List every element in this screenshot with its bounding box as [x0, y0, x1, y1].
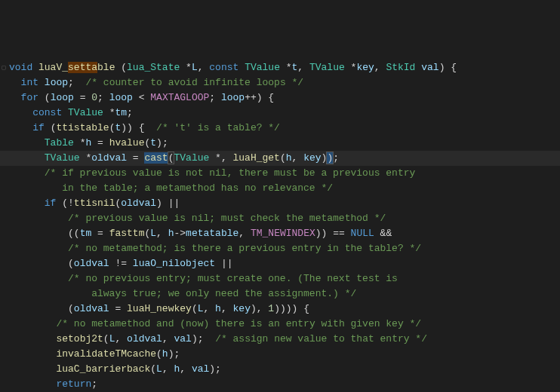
- code-line[interactable]: in the table; a metamethod has no releva…: [9, 181, 560, 196]
- token-id2: h: [215, 303, 221, 314]
- token-cm: /* no metamethod and (now) there is an e…: [56, 318, 421, 329]
- token-op: )) ==: [315, 228, 351, 239]
- token-cm: always true; we only need the assignment…: [91, 288, 356, 299]
- code-line[interactable]: /* no metamethod; is there a previous en…: [9, 241, 560, 256]
- token-pn: ,: [180, 363, 192, 375]
- token-kw: if: [32, 122, 50, 133]
- token-id2: tm: [80, 228, 92, 239]
- token-kw: const: [209, 62, 245, 73]
- token-fn: luaV_: [38, 62, 68, 73]
- token-op: !=: [109, 258, 133, 269]
- token-pn: (: [68, 258, 74, 269]
- token-pn: *,: [209, 152, 232, 164]
- token-pn: ,: [374, 62, 386, 73]
- token-op: *: [280, 62, 292, 73]
- code-line[interactable]: if (!ttisnil(oldval) ||: [9, 196, 560, 211]
- token-id2: metatable: [186, 228, 238, 239]
- token-ty: TValue: [245, 62, 280, 73]
- token-id2: key: [356, 62, 374, 73]
- token-id2: oldval: [121, 198, 156, 209]
- token-op: &&: [374, 228, 392, 239]
- code-line[interactable]: (oldval != luaO_nilobject ||: [9, 256, 560, 271]
- token-pn: (: [156, 348, 162, 360]
- code-line[interactable]: int loop; /* counter to avoid infinite l…: [9, 75, 560, 90]
- token-ty: Table: [45, 137, 74, 149]
- code-line[interactable]: always true; we only need the assignment…: [9, 286, 560, 302]
- token-id2: loop: [51, 92, 74, 103]
- token-pn: );: [156, 137, 168, 149]
- code-line[interactable]: luaC_barrierback(L, h, val);: [9, 362, 560, 377]
- token-id2: L: [192, 62, 198, 73]
- token-kw: for: [21, 92, 45, 103]
- token-id2: loop: [221, 92, 245, 103]
- token-id2: oldval: [74, 258, 109, 269]
- token-id2: val: [174, 333, 192, 345]
- token-pn: ++) {: [245, 92, 274, 103]
- code-line[interactable]: setobj2t(L, oldval, val); /* assign new …: [9, 332, 560, 347]
- code-line[interactable]: /* no metamethod and (now) there is an e…: [9, 317, 560, 332]
- token-id2: loop: [109, 92, 133, 103]
- token-cm: /* previous value is nil; must check the…: [68, 213, 386, 224]
- code-line[interactable]: /* no previous entry; must create one. (…: [9, 271, 560, 286]
- token-op: *: [80, 152, 92, 164]
- code-line[interactable]: ▢void luaV_settable (lua_State *L, const…: [9, 60, 560, 75]
- token-kw: if: [45, 198, 62, 209]
- token-cm: /* no previous entry; must create one. (…: [68, 273, 398, 284]
- token-ty: TValue: [309, 62, 345, 73]
- token-id2: h: [168, 228, 174, 239]
- token-pn: (: [150, 363, 156, 375]
- code-line[interactable]: for (loop = 0; loop < MAXTAGLOOP; loop++…: [9, 90, 560, 106]
- token-pn: ;: [97, 92, 109, 103]
- token-pn: ,: [115, 333, 127, 345]
- token-op: =: [109, 303, 127, 314]
- token-pn: (: [103, 333, 109, 345]
- code-line[interactable]: return;: [9, 377, 560, 392]
- token-pn: );: [192, 333, 215, 345]
- token-ty: TValue: [45, 152, 80, 164]
- token-pn: ;: [91, 378, 97, 390]
- token-kw: int: [21, 77, 45, 88]
- token-op: =: [91, 137, 109, 149]
- token-id2: val: [192, 363, 209, 375]
- token-fn: luaH_get: [233, 152, 280, 164]
- code-line[interactable]: ((tm = fasttm(L, h->metatable, TM_NEWIND…: [9, 226, 560, 241]
- token-id2: L: [156, 363, 162, 375]
- token-pn: ;: [127, 107, 133, 118]
- token-id2: val: [421, 62, 438, 73]
- token-pn: ((: [68, 228, 80, 239]
- token-mac: TM_NEWINDEX: [251, 228, 315, 239]
- token-id2: L: [198, 303, 204, 314]
- code-line[interactable]: invalidateTMcache(h);: [9, 347, 560, 362]
- token-op: ||: [215, 258, 232, 269]
- token-op: ) ||: [156, 198, 180, 209]
- token-kw: void: [9, 62, 38, 73]
- code-line[interactable]: const TValue *tm;: [9, 106, 560, 121]
- code-editor[interactable]: ▢void luaV_settable (lua_State *L, const…: [0, 60, 560, 392]
- token-cm: /* no metamethod; is there a previous en…: [68, 243, 421, 254]
- token-op: ->: [174, 228, 186, 239]
- token-op: =: [127, 152, 144, 164]
- token-cm: /* 't' is a table? */: [156, 122, 280, 133]
- code-line[interactable]: if (ttistable(t)) { /* 't' is a table? *…: [9, 121, 560, 136]
- token-pn: (: [115, 62, 127, 73]
- code-line[interactable]: Table *h = hvalue(t);: [9, 136, 560, 151]
- token-pn: (: [192, 303, 198, 314]
- token-ty: lua_State: [127, 62, 180, 73]
- token-ty: TValue: [68, 107, 103, 118]
- code-line[interactable]: (oldval = luaH_newkey(L, h, key), 1)))) …: [9, 302, 560, 317]
- token-kw: NULL: [351, 228, 374, 239]
- token-op: =: [91, 228, 109, 239]
- token-pn: (: [280, 152, 286, 164]
- token-cm: /* if previous value is not nil, there m…: [45, 167, 415, 179]
- token-id2: tm: [115, 107, 127, 118]
- token-op: *: [74, 137, 86, 149]
- token-id2: luaO_nilobject: [133, 258, 215, 269]
- token-op: (!: [62, 198, 74, 209]
- fold-marker-icon[interactable]: ▢: [0, 60, 8, 75]
- token-fn: hvalue: [109, 137, 145, 149]
- code-line[interactable]: TValue *oldval = cast(TValue *, luaH_get…: [9, 151, 560, 166]
- code-line[interactable]: /* previous value is nil; must check the…: [9, 211, 560, 226]
- token-pn: ,: [198, 62, 210, 73]
- token-id2: key: [233, 303, 251, 314]
- code-line[interactable]: /* if previous value is not nil, there m…: [9, 166, 560, 181]
